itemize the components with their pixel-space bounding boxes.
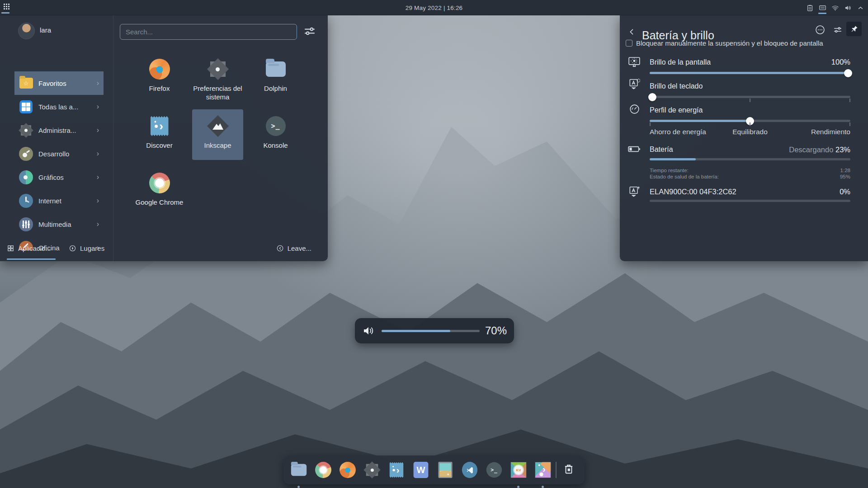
chevron-up-icon[interactable]: [855, 3, 865, 13]
chevron-right-icon: ›: [97, 220, 99, 228]
keyboard-brightness-handle[interactable]: [648, 93, 656, 101]
app-firefox[interactable]: Firefox: [134, 52, 185, 103]
leave-icon: [276, 244, 284, 252]
pin-icon[interactable]: [846, 22, 862, 36]
keyboard-backlight-device-icon: [626, 185, 642, 198]
screen-brightness-slider[interactable]: [650, 72, 850, 74]
ellipsis-circle-icon[interactable]: [814, 23, 826, 36]
lock-suspend-label: Bloquear manualmente la suspensión y el …: [636, 39, 823, 47]
compass-circle-icon: [19, 194, 33, 208]
dock-image-viewer[interactable]: [437, 461, 454, 479]
keyboard-brightness-icon: [626, 77, 642, 90]
dock-app-chevron[interactable]: ›: [534, 461, 552, 479]
firefox-icon: [149, 58, 170, 80]
app-google-chrome[interactable]: Google Chrome: [134, 166, 185, 217]
back-chevron-icon[interactable]: [626, 26, 637, 37]
leave-button[interactable]: Leave...: [276, 235, 311, 261]
app-konsole[interactable]: >_ Konsole: [250, 109, 301, 160]
category-todas-las-aplicaciones[interactable]: Todas las a... ›: [14, 95, 104, 118]
clock[interactable]: 29 May 2022 | 16:26: [0, 0, 868, 15]
writer-w-icon: W: [412, 461, 429, 478]
category-favoritos[interactable]: ☆ Favoritos ›: [14, 71, 104, 95]
chevron-right-icon: ›: [97, 173, 99, 181]
volume-progressbar: [382, 330, 480, 332]
dock-konsole[interactable]: >_: [486, 461, 503, 479]
dock-separator: [556, 462, 557, 478]
dock-firefox[interactable]: [339, 461, 356, 479]
dock-writer[interactable]: W: [412, 461, 429, 479]
app-preferencias-del-sistema[interactable]: Preferencias del sistema: [192, 52, 243, 103]
task-indicator-dolphin: [297, 486, 300, 488]
wifi-icon[interactable]: [830, 3, 840, 13]
dock-vscode[interactable]: [461, 461, 478, 479]
user-name: lara: [40, 26, 51, 34]
chevron-right-icon: ›: [97, 197, 99, 205]
display-active-indicator: [818, 13, 826, 14]
application-launcher-menu: lara ☆ Favoritos › Todas las a... ›: [0, 15, 328, 261]
task-indicator-app: [542, 486, 544, 488]
system-settings-icon: [207, 58, 229, 80]
dock-system-settings[interactable]: [363, 461, 381, 479]
battery-label: Batería: [650, 145, 673, 154]
screen-brightness-label: Brillo de la pantalla: [650, 58, 711, 66]
option-rendimiento[interactable]: Rendimiento: [783, 128, 850, 136]
lock-suspend-checkbox[interactable]: [626, 40, 632, 47]
app-chevron-icon: ›: [534, 461, 551, 478]
volume-icon: [362, 324, 375, 338]
vscode-icon: [461, 461, 478, 478]
elan-progressbar: [650, 200, 850, 202]
gear-diamond-icon: [19, 123, 33, 137]
chromium-icon: [315, 461, 331, 478]
menu-footer: Aplicacio... Lugares Leave...: [0, 235, 328, 261]
dolphin-folder-icon: [290, 461, 307, 478]
dock-trash[interactable]: [560, 461, 577, 479]
elan-device-value: 0%: [840, 188, 850, 196]
tune-sliders-icon[interactable]: [303, 24, 316, 38]
category-graficos[interactable]: Gráficos ›: [14, 165, 104, 189]
chrome-icon: [149, 172, 170, 194]
task-indicator-kvantum: [517, 486, 519, 488]
category-desarrollo[interactable]: Desarrollo ›: [14, 142, 104, 165]
discover-icon: ›: [149, 115, 170, 137]
dock-dolphin[interactable]: [290, 461, 307, 479]
user-avatar[interactable]: [18, 23, 35, 39]
dock-chromium[interactable]: [315, 461, 332, 479]
grid-icon: [7, 244, 14, 252]
battery-time-row: Tiempo restante:1:28: [650, 168, 850, 173]
power-profile-icon: [626, 103, 642, 115]
display-icon[interactable]: [817, 3, 827, 13]
menu-divider: [113, 15, 113, 261]
discover-icon: ›: [388, 461, 405, 478]
battery-health-row: Estado de salud de la batería:95%: [650, 174, 850, 179]
system-tray: [805, 0, 865, 15]
keyboard-brightness-slider[interactable]: [650, 96, 850, 98]
category-administracion[interactable]: Administra... ›: [14, 118, 104, 142]
top-panel: 29 May 2022 | 16:26: [0, 0, 868, 15]
battery-status: Descargando 23%: [789, 145, 850, 154]
volume-icon[interactable]: [843, 3, 853, 13]
screen-brightness-value: 100%: [831, 58, 850, 66]
app-dolphin[interactable]: Dolphin: [250, 52, 301, 103]
screen-brightness-handle[interactable]: [844, 69, 852, 77]
elan-device-label: ELAN900C:00 04F3:2C62: [650, 188, 736, 196]
volume-osd: 70%: [355, 318, 514, 343]
tab-lugares[interactable]: Lugares: [69, 235, 104, 261]
screen-brightness-icon: [626, 56, 642, 69]
dock-kvantum[interactable]: KV: [510, 461, 527, 479]
terminal-icon: >_: [486, 461, 502, 478]
app-inkscape[interactable]: Inkscape: [192, 109, 243, 160]
category-multimedia[interactable]: Multimedia ›: [14, 212, 104, 236]
category-list: ☆ Favoritos › Todas las a... › Administr…: [0, 56, 113, 250]
search-input[interactable]: [120, 24, 297, 40]
tune-sliders-icon[interactable]: [831, 23, 844, 36]
system-settings-icon: [363, 461, 380, 478]
battery-icon: [626, 143, 642, 155]
category-internet[interactable]: Internet ›: [14, 189, 104, 212]
option-equilibrado[interactable]: Equilibrado: [717, 128, 783, 136]
dock-discover[interactable]: ›: [388, 461, 405, 479]
compass-icon: [69, 244, 76, 252]
tab-aplicaciones[interactable]: Aplicacio...: [7, 235, 51, 261]
clipboard-icon[interactable]: [805, 3, 815, 13]
option-ahorro[interactable]: Ahorro de energía: [650, 128, 717, 136]
app-discover[interactable]: › Discover: [134, 109, 185, 160]
